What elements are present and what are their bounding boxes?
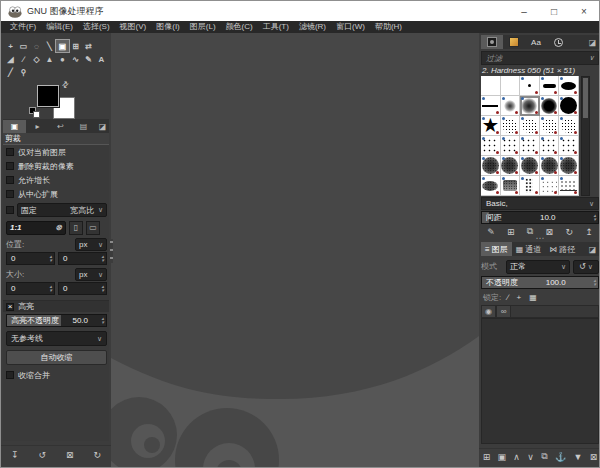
maximize-button[interactable]: □ (539, 1, 569, 21)
ink-tool[interactable]: ✎ (82, 53, 95, 65)
flip-tool[interactable]: ⇄ (82, 40, 95, 52)
brush-cell[interactable] (559, 176, 579, 196)
brush-cell[interactable] (501, 76, 521, 96)
checkbox[interactable] (6, 190, 14, 198)
restore-preset-button[interactable]: ↺ (38, 450, 46, 460)
tab-layers[interactable]: ≡ 图层 (481, 242, 512, 256)
brush-cell[interactable] (520, 156, 540, 176)
highlight-opacity-slider[interactable]: 高亮不透明度 50.0 ▴▾ (6, 314, 107, 327)
eraser-tool[interactable]: ◇ (30, 53, 43, 65)
menu-item[interactable]: 工具(T) (258, 21, 294, 33)
tab-fonts[interactable]: Aa (525, 35, 547, 49)
auto-shrink-button[interactable]: 自动收缩 (6, 350, 107, 365)
brush-cell[interactable] (481, 136, 501, 156)
brush-cell[interactable] (520, 76, 540, 96)
brush-cell[interactable] (520, 136, 540, 156)
tab-document-history[interactable] (547, 35, 569, 49)
menu-item[interactable]: 图层(L) (185, 21, 221, 33)
menu-item[interactable]: 图像(I) (151, 21, 185, 33)
aspect-ratio-input[interactable]: 1:1 ⊗ (6, 221, 66, 235)
rectangle-select-tool[interactable]: ▭ (17, 40, 30, 52)
brush-cell[interactable] (559, 76, 579, 96)
brush-cell[interactable] (501, 176, 521, 196)
layer-mode-dropdown[interactable]: 正常 ∨ (506, 260, 570, 274)
brush-cell[interactable] (481, 156, 501, 176)
foreground-color-swatch[interactable] (37, 85, 59, 107)
move-tool[interactable]: + (4, 40, 17, 52)
landscape-orientation-button[interactable]: ▭ (86, 221, 100, 235)
dock-resize-handle[interactable] (110, 239, 113, 263)
menu-item[interactable]: 窗口(W) (331, 21, 370, 33)
tab-patterns[interactable] (503, 35, 525, 49)
size-width-input[interactable]: 0 ▴▾ (6, 282, 55, 295)
measure-tool[interactable]: ╲ (43, 40, 56, 52)
delete-layer-button[interactable]: ⊠ (590, 452, 598, 462)
edit-brush-button[interactable]: ✎ (487, 227, 495, 237)
lock-position-button[interactable]: + (517, 293, 522, 302)
brush-cell[interactable] (540, 116, 560, 136)
brush-cell[interactable] (540, 156, 560, 176)
open-brush-as-image-button[interactable]: ↥ (585, 227, 593, 237)
brush-spacing-slider[interactable]: 间距 10.0 ▴▾ (481, 211, 599, 224)
menu-item[interactable]: 滤镜(R) (294, 21, 331, 33)
tab-brushes[interactable] (481, 35, 503, 49)
position-x-input[interactable]: 0 ▴▾ (6, 252, 55, 265)
save-preset-button[interactable]: ↧ (11, 450, 19, 460)
size-height-input[interactable]: 0 ▴▾ (58, 282, 107, 295)
brush-cell[interactable] (520, 96, 540, 116)
menu-item[interactable]: 文件(F) (5, 21, 41, 33)
new-brush-button[interactable]: ⊞ (507, 227, 515, 237)
transform-tool[interactable]: ⊞ (69, 40, 82, 52)
layer-opacity-slider[interactable]: 不透明度 100.0 ▴▾ (481, 276, 599, 289)
duplicate-layer-button[interactable]: ⧉ (541, 451, 547, 462)
lock-pixels-button[interactable]: ∕ (507, 293, 508, 302)
close-button[interactable]: × (569, 1, 599, 21)
position-unit-dropdown[interactable]: px ∨ (75, 238, 107, 251)
menu-item[interactable]: 帮助(H) (370, 21, 407, 33)
mode-group-switch[interactable]: ↺ ∨ (573, 260, 599, 274)
smudge-tool[interactable]: ∿ (69, 53, 82, 65)
menu-item[interactable]: 选择(S) (78, 21, 115, 33)
reset-tool-button[interactable]: ↻ (93, 450, 101, 460)
tab-channels[interactable]: ▦ 通道 (512, 242, 546, 256)
brush-cell[interactable] (559, 136, 579, 156)
delete-brush-button[interactable]: ⊠ (546, 227, 554, 237)
brush-cell[interactable] (540, 136, 560, 156)
checkbox[interactable] (6, 162, 14, 170)
zoom-tool[interactable]: ⚲ (17, 66, 30, 78)
brush-cell[interactable] (501, 116, 521, 136)
brush-cell[interactable] (481, 76, 501, 96)
brush-cell[interactable] (501, 156, 521, 176)
brush-cell[interactable] (559, 156, 579, 176)
checkbox[interactable] (6, 148, 14, 156)
dock-menu-icon[interactable]: ◪ (96, 120, 109, 133)
clear-icon[interactable]: ⊗ (55, 223, 62, 232)
swap-colors-icon[interactable]: ⇄ (60, 79, 71, 90)
crop-tool[interactable]: ▣ (56, 40, 69, 52)
visibility-eye-icon[interactable]: ◉ (481, 305, 496, 318)
brush-cell[interactable] (501, 96, 521, 116)
lock-alpha-button[interactable]: ▦ (529, 293, 537, 302)
text-tool[interactable]: A (95, 53, 108, 65)
tab-images[interactable]: ▤ (72, 120, 95, 133)
brush-cell[interactable] (481, 96, 501, 116)
new-layer-button[interactable]: ⊞ (483, 452, 491, 462)
default-colors-icon[interactable] (29, 107, 41, 119)
menu-item[interactable]: 视图(V) (115, 21, 152, 33)
minimize-button[interactable]: – (509, 1, 539, 21)
lower-layer-button[interactable]: ∨ (527, 452, 534, 462)
free-select-tool[interactable]: ◌ (30, 40, 43, 52)
anchor-layer-button[interactable]: ⚓ (555, 452, 566, 462)
tab-device-status[interactable]: ▸ (26, 120, 49, 133)
brush-cell[interactable] (540, 96, 560, 116)
scrollbar-thumb[interactable] (583, 78, 588, 118)
size-unit-dropdown[interactable]: px ∨ (75, 268, 107, 281)
new-layer-group-button[interactable]: ▣ (498, 452, 507, 462)
gradient-tool[interactable]: ▲ (43, 53, 56, 65)
pencil-tool[interactable]: ╱ (4, 66, 17, 78)
menu-item[interactable]: 颜色(C) (221, 21, 258, 33)
tab-tool-options[interactable]: ▣ (3, 120, 26, 133)
dock-menu-icon[interactable]: ◪ (586, 243, 599, 256)
bucket-fill-tool[interactable]: ◢ (4, 53, 17, 65)
brush-cell[interactable] (481, 176, 501, 196)
